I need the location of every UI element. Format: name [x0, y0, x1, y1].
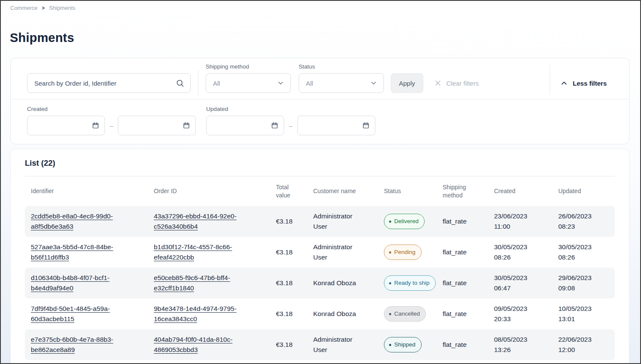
- breadcrumb: Commerce > Shipments: [1, 1, 640, 11]
- created-date: 08/05/2023: [494, 334, 558, 345]
- status-cell: Ready to ship: [384, 275, 443, 291]
- order-id-link[interactable]: b1d30f12-7f4c-4557-8c66-efeaf4220cbb: [154, 243, 232, 261]
- order-id-link[interactable]: e50ceb85-f9c6-47b6-bff4-e32cff1b1840: [154, 274, 230, 292]
- identifier-cell: d106340b-b4b8-4f07-bcf1-b4e4d9af94e0: [31, 273, 154, 293]
- order-id-cell: b1d30f12-7f4c-4557-8c66-efeaf4220cbb: [154, 242, 276, 263]
- filter-divider: [198, 70, 198, 96]
- status-dot-icon: [389, 313, 391, 315]
- x-icon: [434, 79, 442, 87]
- breadcrumb-shipments: Shipments: [49, 5, 75, 11]
- updated-label: Updated: [206, 106, 375, 112]
- total-value-cell: €3.18: [276, 309, 313, 319]
- customer-name-cell: Konrad Oboza: [313, 278, 384, 288]
- table-row: 527aae3a-5b5d-47c8-84be-b56f11d6ffb3 b1d…: [25, 237, 615, 268]
- created-date: 30/05/2023: [494, 242, 558, 252]
- identifier-cell: 527aae3a-5b5d-47c8-84be-b56f11d6ffb3: [31, 242, 154, 263]
- updated-time: 08:23: [558, 221, 615, 232]
- chevron-down-icon: [370, 79, 377, 87]
- updated-to-input[interactable]: [297, 116, 375, 135]
- status-cell: Shipped: [384, 337, 443, 352]
- table-row: d106340b-b4b8-4f07-bcf1-b4e4d9af94e0 e50…: [25, 268, 615, 298]
- search-group: [27, 73, 191, 93]
- identifier-link[interactable]: 7df9f4bd-50e1-4845-a59a-60d3acbeb115: [31, 305, 110, 322]
- status-dot-icon: [389, 251, 391, 254]
- calendar-icon: [271, 122, 279, 129]
- status-cell: Cancelled: [384, 306, 443, 322]
- search-field[interactable]: [27, 73, 191, 93]
- status-cell: Delivered: [384, 214, 443, 229]
- filters-row-main: Shipping method All Status All: [11, 63, 629, 93]
- less-filters-label: Less filters: [573, 80, 607, 87]
- shipping-method-cell: flat_rate: [443, 309, 494, 319]
- table-header-row: IdentifierOrder IDTotal valueCustomer na…: [25, 176, 615, 206]
- column-header-customer-name: Customer name: [313, 187, 384, 195]
- status-label: Status: [299, 63, 384, 70]
- created-cell: 09/05/2023 20:33: [494, 304, 558, 324]
- updated-cell: 29/06/2023 09:08: [558, 273, 615, 293]
- breadcrumb-commerce[interactable]: Commerce: [10, 5, 38, 11]
- column-header-updated: Updated: [558, 187, 615, 195]
- updated-from-input[interactable]: [206, 116, 284, 135]
- order-id-link[interactable]: 9b4e3478-1e4d-4974-9795-16cea3843cc0: [154, 305, 237, 322]
- table-row: e7e375cb-6b0b-4e7a-88b3-be862ace8a89 404…: [25, 329, 615, 360]
- created-date: 09/05/2023: [494, 304, 558, 314]
- created-range-group: Created –: [27, 106, 196, 135]
- status-dot-icon: [389, 344, 391, 346]
- identifier-link[interactable]: d106340b-b4b8-4f07-bcf1-b4e4d9af94e0: [31, 274, 110, 292]
- created-label: Created: [27, 106, 196, 112]
- column-header-order-id: Order ID: [154, 187, 276, 195]
- identifier-cell: 7df9f4bd-50e1-4845-a59a-60d3acbeb115: [31, 304, 154, 324]
- shipping-method-cell: flat_rate: [443, 278, 494, 288]
- total-value-cell: €3.18: [276, 216, 313, 227]
- list-title: List (22): [25, 158, 615, 168]
- updated-time: 13:01: [558, 314, 615, 324]
- order-id-cell: 404ab794-f0f0-41da-810c-4869053cbbd3: [154, 334, 276, 355]
- customer-name-cell: Konrad Oboza: [313, 309, 384, 319]
- identifier-cell: 2cdd5eb8-e8a0-4ec8-99d0-a8f5db6e3a63: [31, 211, 154, 232]
- updated-time: 12:00: [558, 345, 615, 355]
- created-time: 13:26: [494, 345, 558, 355]
- search-input[interactable]: [34, 80, 176, 87]
- created-time: 20:33: [494, 314, 558, 324]
- column-header-identifier: Identifier: [31, 187, 154, 195]
- updated-date: 29/06/2023: [558, 273, 615, 283]
- status-dot-icon: [389, 221, 391, 223]
- status-cell: Pending: [384, 245, 443, 260]
- created-date: 23/06/2023: [494, 211, 558, 221]
- order-id-link[interactable]: 404ab794-f0f0-41da-810c-4869053cbbd3: [154, 336, 233, 353]
- customer-name-cell: Administrator User: [313, 242, 384, 263]
- created-from-input[interactable]: [27, 116, 105, 135]
- total-value-cell: €3.18: [276, 247, 313, 257]
- clear-filters-button[interactable]: Clear filters: [434, 73, 479, 93]
- chevron-down-icon: [277, 79, 285, 87]
- status-select[interactable]: All: [299, 73, 384, 93]
- updated-cell: 30/05/2023 08:26: [558, 242, 615, 263]
- apply-button[interactable]: Apply: [391, 73, 423, 93]
- updated-date: 30/05/2023: [558, 242, 615, 252]
- identifier-link[interactable]: 2cdd5eb8-e8a0-4ec8-99d0-a8f5db6e3a63: [31, 212, 113, 230]
- updated-date: 26/06/2023: [558, 211, 615, 221]
- less-filters-toggle[interactable]: Less filters: [550, 73, 622, 93]
- column-header-status: Status: [384, 187, 443, 195]
- order-id-cell: e50ceb85-f9c6-47b6-bff4-e32cff1b1840: [154, 273, 276, 293]
- table-row: 7df9f4bd-50e1-4845-a59a-60d3acbeb115 9b4…: [25, 298, 615, 329]
- identifier-cell: e7e375cb-6b0b-4e7a-88b3-be862ace8a89: [31, 334, 154, 355]
- updated-time: 08:26: [558, 252, 615, 263]
- status-badge-label: Cancelled: [394, 309, 420, 319]
- search-icon: [176, 79, 184, 87]
- status-badge: Ready to ship: [384, 275, 436, 291]
- shipping-method-label: Shipping method: [206, 63, 291, 70]
- created-time: 11:00: [494, 221, 558, 232]
- shipping-method-select[interactable]: All: [206, 73, 291, 93]
- status-badge: Shipped: [384, 337, 422, 352]
- shipping-method-cell: flat_rate: [443, 247, 494, 257]
- table-row: 2cdd5eb8-e8a0-4ec8-99d0-a8f5db6e3a63 43a…: [25, 206, 615, 237]
- customer-name-cell: Administrator User: [313, 334, 384, 355]
- identifier-link[interactable]: e7e375cb-6b0b-4e7a-88b3-be862ace8a89: [31, 336, 113, 353]
- calendar-icon: [362, 122, 370, 129]
- status-badge-label: Ready to ship: [394, 278, 430, 288]
- created-to-input[interactable]: [118, 116, 196, 135]
- table-body: 2cdd5eb8-e8a0-4ec8-99d0-a8f5db6e3a63 43a…: [25, 206, 615, 360]
- order-id-link[interactable]: 43a37296-ebbd-4164-92e0-c526a340b6b4: [154, 212, 237, 230]
- identifier-link[interactable]: 527aae3a-5b5d-47c8-84be-b56f11d6ffb3: [31, 243, 113, 261]
